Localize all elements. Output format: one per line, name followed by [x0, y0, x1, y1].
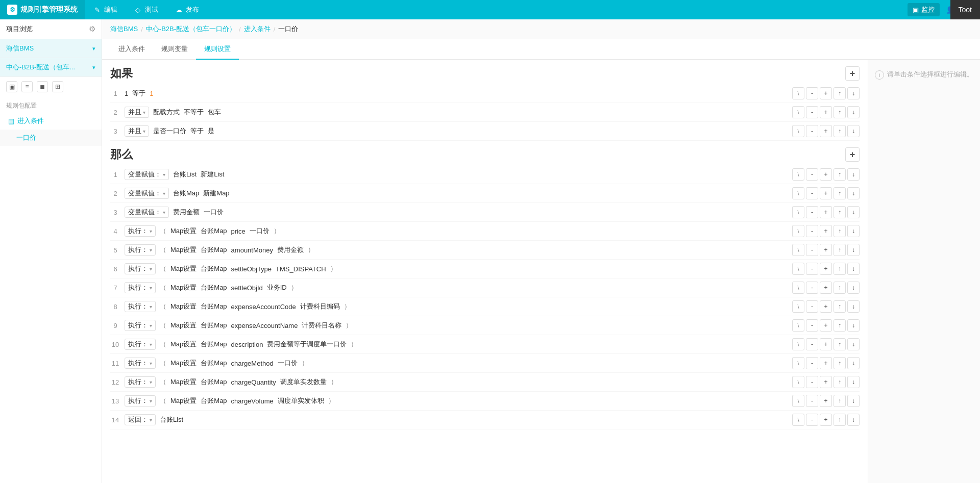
- row-slash-button[interactable]: \: [792, 187, 804, 199]
- breadcrumb-link-condition[interactable]: 进入条件: [244, 24, 271, 34]
- row-up-button[interactable]: ↑: [834, 225, 846, 237]
- row-up-button[interactable]: ↑: [834, 319, 846, 332]
- row-up-button[interactable]: ↑: [834, 187, 846, 199]
- then-row-6-type[interactable]: 执行：▾: [125, 263, 156, 274]
- then-row-12-type[interactable]: 执行：▾: [125, 376, 156, 388]
- row-plus-button[interactable]: +: [820, 206, 832, 218]
- row-slash-button[interactable]: \: [792, 125, 804, 137]
- row-up-button[interactable]: ↑: [834, 338, 846, 350]
- row-plus-button[interactable]: +: [820, 395, 832, 407]
- row-minus-button[interactable]: -: [806, 319, 818, 332]
- row-up-button[interactable]: ↑: [834, 300, 846, 313]
- row-down-button[interactable]: ↓: [847, 206, 860, 218]
- monitor-button[interactable]: ▣ 监控: [908, 3, 940, 16]
- row-plus-button[interactable]: +: [820, 282, 832, 294]
- row-slash-button[interactable]: \: [792, 263, 804, 275]
- row-slash-button[interactable]: \: [792, 338, 804, 350]
- row-plus-button[interactable]: +: [820, 244, 832, 256]
- row-slash-button[interactable]: \: [792, 319, 804, 332]
- row-up-button[interactable]: ↑: [834, 414, 846, 426]
- row-minus-button[interactable]: -: [806, 225, 818, 237]
- tab-rule-variables[interactable]: 规则变量: [153, 39, 196, 60]
- breadcrumb-link-center[interactable]: 中心-B2B-配送（包车一口价）: [146, 24, 236, 34]
- sidebar-icon-grid[interactable]: ▣: [6, 81, 17, 92]
- row-plus-button[interactable]: +: [820, 357, 832, 369]
- row-plus-button[interactable]: +: [820, 225, 832, 237]
- row-up-button[interactable]: ↑: [834, 395, 846, 407]
- sidebar-gear-icon[interactable]: ⚙: [89, 24, 95, 34]
- row-down-button[interactable]: ↓: [847, 225, 860, 237]
- row-up-button[interactable]: ↑: [834, 87, 846, 99]
- row-minus-button[interactable]: -: [806, 376, 818, 388]
- row-plus-button[interactable]: +: [820, 376, 832, 388]
- sidebar-group-center-title[interactable]: 中心-B2B-配送（包车... ▾: [0, 58, 102, 77]
- row-plus-button[interactable]: +: [820, 106, 832, 118]
- row-down-button[interactable]: ↓: [847, 125, 860, 137]
- then-row-10-type[interactable]: 执行：▾: [125, 339, 156, 350]
- row-plus-button[interactable]: +: [820, 319, 832, 332]
- row-down-button[interactable]: ↓: [847, 87, 860, 99]
- row-up-button[interactable]: ↑: [834, 357, 846, 369]
- sidebar-item-enter-condition[interactable]: ▤ 进入条件: [0, 112, 102, 130]
- test-button[interactable]: ◇ 测试: [126, 0, 166, 19]
- row-down-button[interactable]: ↓: [847, 244, 860, 256]
- row-plus-button[interactable]: +: [820, 414, 832, 426]
- row-slash-button[interactable]: \: [792, 87, 804, 99]
- then-row-14-type[interactable]: 返回：▾: [125, 414, 156, 425]
- row-up-button[interactable]: ↑: [834, 263, 846, 275]
- sidebar-icon-table[interactable]: ⊞: [52, 81, 63, 92]
- sidebar-item-one-price[interactable]: 一口价: [0, 130, 102, 146]
- row-plus-button[interactable]: +: [820, 300, 832, 313]
- row-slash-button[interactable]: \: [792, 414, 804, 426]
- row-slash-button[interactable]: \: [792, 206, 804, 218]
- row-down-button[interactable]: ↓: [847, 395, 860, 407]
- row-up-button[interactable]: ↑: [834, 168, 846, 181]
- row-plus-button[interactable]: +: [820, 263, 832, 275]
- edit-button[interactable]: ✎ 编辑: [85, 0, 126, 19]
- sidebar-group-haixinbms-title[interactable]: 海信BMS ▾: [0, 39, 102, 58]
- row-down-button[interactable]: ↓: [847, 319, 860, 332]
- if-row-3-conjunction[interactable]: 并且▾: [125, 125, 149, 137]
- then-row-3-type[interactable]: 变量赋值：▾: [125, 207, 169, 218]
- row-down-button[interactable]: ↓: [847, 187, 860, 199]
- row-minus-button[interactable]: -: [806, 414, 818, 426]
- breadcrumb-link-haixinbms[interactable]: 海信BMS: [110, 24, 138, 34]
- row-plus-button[interactable]: +: [820, 338, 832, 350]
- row-down-button[interactable]: ↓: [847, 263, 860, 275]
- row-plus-button[interactable]: +: [820, 87, 832, 99]
- row-plus-button[interactable]: +: [820, 168, 832, 181]
- row-up-button[interactable]: ↑: [834, 244, 846, 256]
- row-plus-button[interactable]: +: [820, 125, 832, 137]
- row-down-button[interactable]: ↓: [847, 282, 860, 294]
- row-slash-button[interactable]: \: [792, 106, 804, 118]
- row-down-button[interactable]: ↓: [847, 300, 860, 313]
- row-slash-button[interactable]: \: [792, 376, 804, 388]
- if-row-2-conjunction[interactable]: 并且▾: [125, 107, 149, 118]
- row-plus-button[interactable]: +: [820, 187, 832, 199]
- row-minus-button[interactable]: -: [806, 395, 818, 407]
- row-slash-button[interactable]: \: [792, 395, 804, 407]
- then-row-1-type[interactable]: 变量赋值：▾: [125, 169, 169, 180]
- then-row-4-type[interactable]: 执行：▾: [125, 225, 156, 237]
- row-down-button[interactable]: ↓: [847, 414, 860, 426]
- tab-rule-settings[interactable]: 规则设置: [196, 39, 239, 60]
- then-add-button[interactable]: +: [845, 147, 860, 162]
- row-minus-button[interactable]: -: [806, 244, 818, 256]
- row-up-button[interactable]: ↑: [834, 282, 846, 294]
- row-slash-button[interactable]: \: [792, 244, 804, 256]
- row-slash-button[interactable]: \: [792, 225, 804, 237]
- row-minus-button[interactable]: -: [806, 357, 818, 369]
- row-minus-button[interactable]: -: [806, 187, 818, 199]
- row-minus-button[interactable]: -: [806, 300, 818, 313]
- row-up-button[interactable]: ↑: [834, 106, 846, 118]
- row-slash-button[interactable]: \: [792, 282, 804, 294]
- then-row-9-type[interactable]: 执行：▾: [125, 320, 156, 331]
- row-slash-button[interactable]: \: [792, 168, 804, 181]
- if-add-button[interactable]: +: [845, 66, 860, 81]
- then-row-2-type[interactable]: 变量赋值：▾: [125, 188, 169, 199]
- then-row-13-type[interactable]: 执行：▾: [125, 395, 156, 406]
- row-down-button[interactable]: ↓: [847, 338, 860, 350]
- row-up-button[interactable]: ↑: [834, 376, 846, 388]
- row-down-button[interactable]: ↓: [847, 376, 860, 388]
- sidebar-icon-tree[interactable]: ≣: [37, 81, 48, 92]
